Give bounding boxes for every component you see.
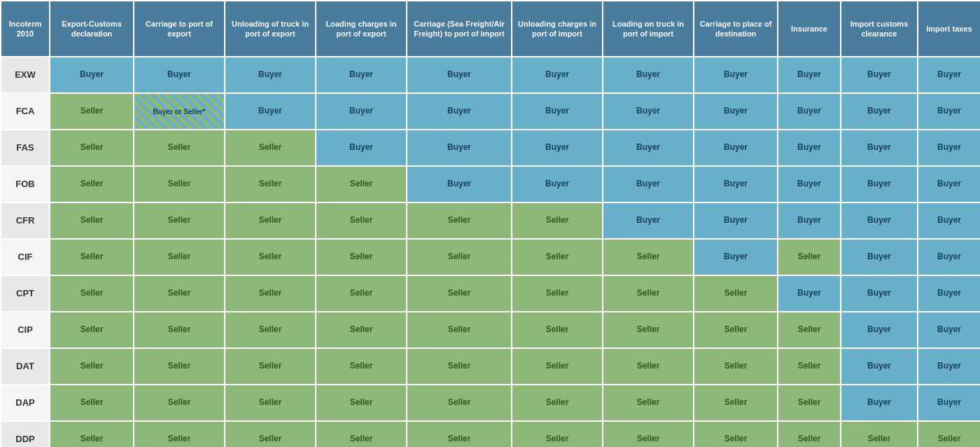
cell-FCA-3: Buyer: [316, 93, 407, 130]
incoterm-label: FCA: [1, 93, 50, 130]
cell-FOB-3: Seller: [316, 166, 407, 202]
cell-CPT-4: Seller: [407, 275, 512, 312]
cell-DAT-8: Seller: [778, 348, 841, 385]
cell-DAT-4: Seller: [407, 348, 512, 385]
table-row: FCASellerBuyer or Seller*BuyerBuyerBuyer…: [1, 93, 980, 130]
cell-FCA-2: Buyer: [225, 93, 316, 130]
column-header-11: Import taxes: [918, 1, 980, 57]
cell-CFR-6: Buyer: [603, 202, 694, 239]
incoterm-label: DAT: [1, 348, 50, 385]
cell-CPT-2: Seller: [225, 275, 316, 312]
cell-DAP-6: Seller: [603, 385, 694, 421]
cell-CIP-7: Seller: [694, 312, 778, 348]
cell-EXW-4: Buyer: [407, 57, 512, 93]
cell-CIP-9: Buyer: [841, 312, 918, 348]
table-row: CIPSellerSellerSellerSellerSellerSellerS…: [1, 312, 980, 348]
cell-DDP-0: Seller: [50, 421, 134, 447]
cell-CPT-5: Seller: [512, 275, 603, 312]
cell-CIF-4: Seller: [407, 239, 512, 275]
cell-EXW-0: Buyer: [50, 57, 134, 93]
incoterm-label: FAS: [1, 130, 50, 166]
cell-DAT-3: Seller: [316, 348, 407, 385]
cell-FAS-3: Buyer: [316, 130, 407, 166]
cell-CPT-3: Seller: [316, 275, 407, 312]
cell-CIF-6: Seller: [603, 239, 694, 275]
cell-EXW-7: Buyer: [694, 57, 778, 93]
cell-CIF-0: Seller: [50, 239, 134, 275]
cell-FAS-0: Seller: [50, 130, 134, 166]
incoterm-label: EXW: [1, 57, 50, 93]
incoterm-label: CIP: [1, 312, 50, 348]
cell-DDP-5: Seller: [512, 421, 603, 447]
cell-FCA-10: Buyer: [918, 93, 980, 130]
cell-DDP-8: Seller: [778, 421, 841, 447]
table-row: DDPSellerSellerSellerSellerSellerSellerS…: [1, 421, 980, 447]
cell-FCA-6: Buyer: [603, 93, 694, 130]
cell-DAP-5: Seller: [512, 385, 603, 421]
cell-DAT-10: Buyer: [918, 348, 980, 385]
column-header-7: Loading on truck in port of import: [603, 1, 694, 57]
column-header-8: Carriage to place of destination: [694, 1, 778, 57]
cell-CFR-5: Seller: [512, 202, 603, 239]
cell-DAP-3: Seller: [316, 385, 407, 421]
cell-EXW-1: Buyer: [134, 57, 225, 93]
cell-FAS-7: Buyer: [694, 130, 778, 166]
cell-EXW-3: Buyer: [316, 57, 407, 93]
cell-CFR-8: Buyer: [778, 202, 841, 239]
cell-FCA-7: Buyer: [694, 93, 778, 130]
cell-EXW-8: Buyer: [778, 57, 841, 93]
cell-CFR-2: Seller: [225, 202, 316, 239]
cell-FCA-4: Buyer: [407, 93, 512, 130]
cell-DAP-8: Seller: [778, 385, 841, 421]
cell-FOB-7: Buyer: [694, 166, 778, 202]
cell-CIP-3: Seller: [316, 312, 407, 348]
cell-CIP-2: Seller: [225, 312, 316, 348]
cell-CIP-1: Seller: [134, 312, 225, 348]
cell-EXW-5: Buyer: [512, 57, 603, 93]
cell-CIP-10: Buyer: [918, 312, 980, 348]
column-header-3: Unloading of truck in port of export: [225, 1, 316, 57]
cell-DDP-2: Seller: [225, 421, 316, 447]
column-header-0: Incoterm 2010: [1, 1, 50, 57]
cell-DAT-0: Seller: [50, 348, 134, 385]
cell-DDP-3: Seller: [316, 421, 407, 447]
cell-FOB-2: Seller: [225, 166, 316, 202]
table-row: CPTSellerSellerSellerSellerSellerSellerS…: [1, 275, 980, 312]
column-header-4: Loading charges in port of export: [316, 1, 407, 57]
cell-CFR-9: Buyer: [841, 202, 918, 239]
table-row: CIFSellerSellerSellerSellerSellerSellerS…: [1, 239, 980, 275]
cell-FOB-10: Buyer: [918, 166, 980, 202]
incoterm-label: FOB: [1, 166, 50, 202]
table-row: CFRSellerSellerSellerSellerSellerSellerB…: [1, 202, 980, 239]
cell-FOB-5: Buyer: [512, 166, 603, 202]
cell-CPT-8: Buyer: [778, 275, 841, 312]
cell-FOB-8: Buyer: [778, 166, 841, 202]
cell-CIF-7: Buyer: [694, 239, 778, 275]
cell-DAT-5: Seller: [512, 348, 603, 385]
cell-CIP-0: Seller: [50, 312, 134, 348]
incoterm-label: CPT: [1, 275, 50, 312]
cell-EXW-6: Buyer: [603, 57, 694, 93]
cell-FOB-1: Seller: [134, 166, 225, 202]
cell-FAS-1: Seller: [134, 130, 225, 166]
cell-CFR-3: Seller: [316, 202, 407, 239]
cell-DDP-7: Seller: [694, 421, 778, 447]
cell-CFR-1: Seller: [134, 202, 225, 239]
column-header-1: Export-Customs declaration: [50, 1, 134, 57]
cell-FCA-5: Buyer: [512, 93, 603, 130]
cell-EXW-2: Buyer: [225, 57, 316, 93]
cell-CFR-10: Buyer: [918, 202, 980, 239]
cell-CPT-0: Seller: [50, 275, 134, 312]
cell-FCA-8: Buyer: [778, 93, 841, 130]
cell-FOB-4: Buyer: [407, 166, 512, 202]
cell-CIF-2: Seller: [225, 239, 316, 275]
cell-FAS-4: Buyer: [407, 130, 512, 166]
incoterm-label: CFR: [1, 202, 50, 239]
table-row: FOBSellerSellerSellerSellerBuyerBuyerBuy…: [1, 166, 980, 202]
table-row: DATSellerSellerSellerSellerSellerSellerS…: [1, 348, 980, 385]
cell-FAS-9: Buyer: [841, 130, 918, 166]
cell-CPT-6: Seller: [603, 275, 694, 312]
cell-FCA-9: Buyer: [841, 93, 918, 130]
cell-DDP-4: Seller: [407, 421, 512, 447]
cell-CIF-10: Buyer: [918, 239, 980, 275]
